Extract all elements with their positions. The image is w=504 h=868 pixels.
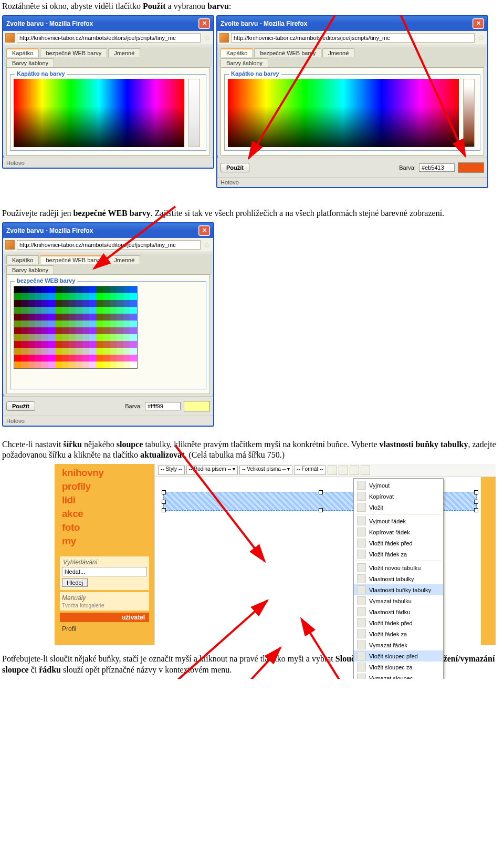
websafe-swatch[interactable] [103,341,110,348]
websafe-swatch[interactable] [130,334,137,341]
websafe-swatch[interactable] [110,361,117,368]
websafe-swatch[interactable] [35,355,41,361]
websafe-swatch[interactable] [21,334,28,341]
websafe-swatch[interactable] [110,321,117,327]
websafe-swatch[interactable] [110,300,117,307]
websafe-swatch[interactable] [14,334,21,341]
close-icon[interactable]: ✕ [198,225,210,236]
nav-item-knihovny[interactable]: knihovny [62,466,149,480]
websafe-swatch[interactable] [89,314,96,321]
style-select[interactable]: -- Styly -- [158,466,185,475]
websafe-swatch[interactable] [35,321,41,327]
websafe-swatch[interactable] [96,327,103,334]
websafe-swatch[interactable] [117,334,123,341]
websafe-swatch[interactable] [96,300,103,307]
font-family-select[interactable]: -- Rodina písem -- ▾ [186,466,238,475]
format-select[interactable]: -- Formát -- [294,466,326,475]
tab-sablony[interactable]: Barvy šablony [6,58,54,67]
websafe-swatch[interactable] [130,361,137,368]
websafe-swatch[interactable] [62,321,69,327]
websafe-swatch[interactable] [41,286,48,293]
websafe-swatch[interactable] [110,348,117,355]
websafe-swatch[interactable] [55,355,62,361]
websafe-swatch[interactable] [123,314,130,321]
websafe-swatch[interactable] [103,321,110,327]
websafe-swatch[interactable] [35,307,41,314]
websafe-swatch[interactable] [117,314,123,321]
websafe-swatch[interactable] [96,286,103,293]
websafe-swatch[interactable] [89,348,96,355]
websafe-swatch[interactable] [55,361,62,368]
websafe-swatch[interactable] [117,293,123,300]
websafe-swatch[interactable] [89,361,96,368]
websafe-swatch[interactable] [76,321,82,327]
websafe-swatch[interactable] [69,355,76,361]
nav-item-lidi[interactable]: lidi [62,493,149,507]
websafe-swatch[interactable] [21,355,28,361]
websafe-swatch[interactable] [48,286,55,293]
websafe-swatch[interactable] [103,348,110,355]
websafe-swatch[interactable] [55,321,62,327]
websafe-swatch[interactable] [41,300,48,307]
websafe-swatch[interactable] [130,293,137,300]
websafe-swatch[interactable] [89,293,96,300]
websafe-swatch[interactable] [21,314,28,321]
websafe-swatch[interactable] [28,334,35,341]
websafe-swatch[interactable] [96,293,103,300]
websafe-swatch[interactable] [89,355,96,361]
websafe-swatch[interactable] [55,314,62,321]
websafe-grid[interactable] [14,286,138,369]
websafe-swatch[interactable] [123,327,130,334]
websafe-swatch[interactable] [123,286,130,293]
websafe-swatch[interactable] [76,300,82,307]
websafe-swatch[interactable] [110,307,117,314]
websafe-swatch[interactable] [41,321,48,327]
websafe-swatch[interactable] [48,307,55,314]
websafe-swatch[interactable] [130,341,137,348]
websafe-swatch[interactable] [110,293,117,300]
websafe-swatch[interactable] [82,300,89,307]
websafe-swatch[interactable] [48,293,55,300]
websafe-swatch[interactable] [21,361,28,368]
websafe-swatch[interactable] [76,355,82,361]
websafe-swatch[interactable] [96,361,103,368]
websafe-swatch[interactable] [130,348,137,355]
websafe-swatch[interactable] [89,307,96,314]
toolbar-icon[interactable] [350,466,359,475]
websafe-swatch[interactable] [21,286,28,293]
websafe-swatch[interactable] [21,307,28,314]
websafe-swatch[interactable] [117,327,123,334]
tab-bezpecne[interactable]: bezpečné WEB barvy [40,255,107,264]
tab-kapatko[interactable]: Kapátko [6,48,39,57]
websafe-swatch[interactable] [96,307,103,314]
close-icon[interactable]: ✕ [198,18,210,29]
websafe-swatch[interactable] [28,321,35,327]
websafe-swatch[interactable] [35,348,41,355]
websafe-swatch[interactable] [110,334,117,341]
websafe-swatch[interactable] [82,334,89,341]
context-item[interactable]: Vložit řádek za [354,628,443,639]
websafe-swatch[interactable] [96,314,103,321]
apply-button[interactable]: Použít [220,163,249,172]
context-item[interactable]: Vymazat tabulku [354,595,443,606]
context-item[interactable]: Vymazat řádek [354,639,443,650]
websafe-swatch[interactable] [103,293,110,300]
context-item[interactable]: Vlastnosti řádku [354,606,443,617]
websafe-swatch[interactable] [41,293,48,300]
websafe-swatch[interactable] [48,321,55,327]
websafe-swatch[interactable] [123,307,130,314]
websafe-swatch[interactable] [35,361,41,368]
websafe-swatch[interactable] [110,314,117,321]
websafe-swatch[interactable] [48,300,55,307]
websafe-swatch[interactable] [28,348,35,355]
websafe-swatch[interactable] [76,348,82,355]
websafe-swatch[interactable] [89,286,96,293]
color-spectrum[interactable] [14,79,184,147]
context-item[interactable]: Vložit řádek před [354,538,443,549]
websafe-swatch[interactable] [28,327,35,334]
websafe-swatch[interactable] [21,293,28,300]
websafe-swatch[interactable] [21,300,28,307]
context-item[interactable]: Vyjmout [354,480,443,491]
context-item[interactable]: Kopírovat [354,491,443,502]
close-icon[interactable]: ✕ [472,18,484,29]
